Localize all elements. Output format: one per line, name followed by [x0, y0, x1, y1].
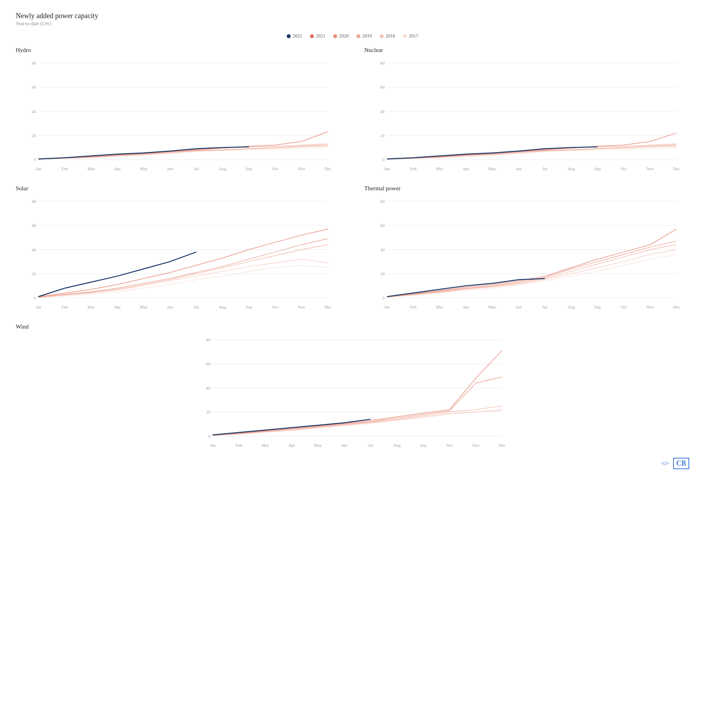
svg-text:0: 0	[34, 295, 36, 300]
svg-text:Mar: Mar	[436, 305, 443, 309]
svg-text:Sep: Sep	[420, 443, 427, 448]
svg-text:Oct: Oct	[272, 305, 278, 309]
svg-text:Aug: Aug	[568, 166, 575, 171]
svg-text:Jan: Jan	[35, 166, 41, 171]
legend-item-2020: 2020	[333, 33, 349, 39]
chart-thermal: Thermal power020406080JanFebMarAprMayJun…	[364, 185, 689, 312]
svg-text:Dec: Dec	[325, 166, 332, 171]
svg-text:Jun: Jun	[516, 166, 522, 171]
svg-text:Sep: Sep	[594, 166, 601, 171]
legend-item-2017: 2017	[403, 33, 418, 39]
svg-text:0: 0	[382, 295, 385, 300]
page-subtitle: Year-to-date (GW)	[16, 21, 689, 27]
svg-text:80: 80	[206, 337, 211, 342]
legend-item-2019: 2019	[356, 33, 372, 39]
svg-text:May: May	[140, 166, 148, 171]
svg-text:Sep: Sep	[246, 305, 252, 309]
svg-text:Jul: Jul	[194, 166, 199, 171]
chart-area-wind: 020406080JanFebMarAprMayJunJulAugSepOctN…	[16, 332, 689, 450]
svg-text:60: 60	[380, 223, 385, 228]
svg-text:0: 0	[382, 157, 385, 162]
svg-text:Nov: Nov	[646, 305, 654, 309]
svg-text:40: 40	[32, 247, 37, 252]
svg-text:Aug: Aug	[219, 166, 226, 171]
chart-svg: 020406080JanFebMarAprMayJunJulAugSepOctN…	[364, 193, 689, 312]
svg-text:Jan: Jan	[210, 443, 216, 448]
page-title: Newly added power capacity	[16, 12, 689, 20]
svg-text:Jul: Jul	[194, 305, 199, 309]
svg-text:Sep: Sep	[246, 166, 252, 171]
svg-text:May: May	[140, 305, 148, 309]
chart-area-nuclear: 020406080JanFebMarAprMayJunJulAugSepOctN…	[364, 55, 689, 173]
svg-text:May: May	[488, 166, 497, 171]
svg-text:Dec: Dec	[673, 305, 680, 309]
svg-text:Aug: Aug	[568, 305, 575, 309]
svg-text:Mar: Mar	[262, 443, 269, 448]
svg-text:Aug: Aug	[219, 305, 226, 309]
svg-text:0: 0	[208, 434, 211, 438]
chart-title-nuclear: Nuclear	[364, 47, 689, 54]
chart-title-thermal: Thermal power	[364, 185, 689, 192]
svg-text:Oct: Oct	[621, 166, 627, 171]
svg-text:Aug: Aug	[393, 443, 401, 448]
svg-text:20: 20	[380, 271, 385, 276]
footer: </> CB	[16, 458, 689, 469]
svg-text:Mar: Mar	[436, 166, 443, 171]
svg-text:40: 40	[380, 247, 385, 252]
chart-hydro: Hydro020406080JanFebMarAprMayJunJulAugSe…	[16, 47, 341, 173]
svg-text:Jul: Jul	[368, 443, 373, 448]
chart-title-solar: Solar	[16, 185, 341, 192]
svg-text:Dec: Dec	[673, 166, 680, 171]
svg-text:Feb: Feb	[61, 305, 68, 309]
chart-wind: Wind020406080JanFebMarAprMayJunJulAugSep…	[16, 323, 689, 450]
svg-text:20: 20	[380, 133, 385, 138]
svg-text:Feb: Feb	[410, 305, 417, 309]
svg-text:20: 20	[32, 271, 37, 276]
svg-text:Feb: Feb	[61, 166, 68, 171]
svg-text:Sep: Sep	[594, 305, 601, 309]
svg-text:Nov: Nov	[298, 166, 305, 171]
svg-text:Jun: Jun	[341, 443, 347, 448]
legend-item-2022: 2022	[287, 33, 302, 39]
svg-text:Jul: Jul	[542, 166, 547, 171]
svg-text:Apr: Apr	[114, 305, 121, 309]
code-icon: </>	[661, 461, 669, 467]
svg-text:Nov: Nov	[646, 166, 654, 171]
chart-svg: 020406080JanFebMarAprMayJunJulAugSepOctN…	[16, 55, 341, 173]
legend-item-2018: 2018	[380, 33, 395, 39]
svg-text:Apr: Apr	[462, 166, 469, 171]
svg-text:Jan: Jan	[384, 166, 390, 171]
chart-area-thermal: 020406080JanFebMarAprMayJunJulAugSepOctN…	[364, 193, 689, 312]
chart-svg: 020406080JanFebMarAprMayJunJulAugSepOctN…	[16, 332, 689, 450]
svg-text:Oct: Oct	[621, 305, 627, 309]
svg-text:40: 40	[206, 386, 211, 390]
svg-text:Nov: Nov	[472, 443, 480, 448]
svg-text:60: 60	[32, 223, 37, 228]
svg-text:Apr: Apr	[114, 166, 121, 171]
svg-text:60: 60	[32, 85, 37, 89]
svg-text:Jan: Jan	[35, 305, 41, 309]
svg-text:60: 60	[380, 85, 385, 89]
svg-text:Apr: Apr	[288, 443, 295, 448]
legend: 202220212020201920182017	[16, 33, 689, 39]
svg-text:Oct: Oct	[446, 443, 453, 448]
cb-logo: CB	[673, 458, 689, 469]
svg-text:Dec: Dec	[499, 443, 506, 448]
svg-text:Jun: Jun	[167, 305, 173, 309]
svg-text:20: 20	[206, 410, 211, 414]
chart-svg: 020406080JanFebMarAprMayJunJulAugSepOctN…	[16, 193, 341, 312]
chart-title-wind: Wind	[16, 323, 689, 330]
svg-text:Dec: Dec	[325, 305, 332, 309]
svg-text:May: May	[314, 443, 322, 448]
svg-text:80: 80	[32, 61, 37, 65]
svg-text:80: 80	[380, 61, 385, 65]
svg-text:Jul: Jul	[542, 305, 547, 309]
svg-text:Mar: Mar	[87, 305, 95, 309]
svg-text:40: 40	[32, 109, 37, 114]
svg-text:Apr: Apr	[462, 305, 469, 309]
svg-text:May: May	[488, 305, 497, 309]
chart-title-hydro: Hydro	[16, 47, 341, 54]
svg-text:Oct: Oct	[272, 166, 278, 171]
svg-text:80: 80	[380, 199, 385, 204]
svg-text:Feb: Feb	[236, 443, 243, 448]
